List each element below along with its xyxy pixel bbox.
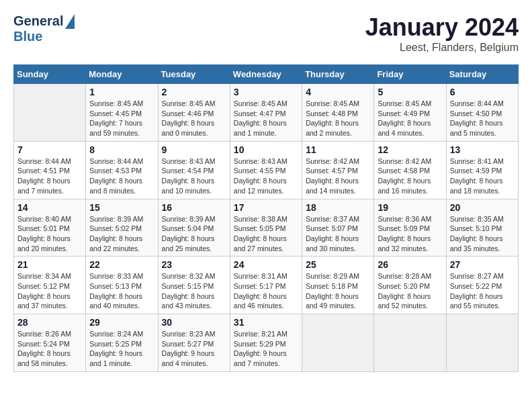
calendar-body: 1Sunrise: 8:45 AMSunset: 4:45 PMDaylight… bbox=[14, 84, 519, 372]
logo: General Blue bbox=[13, 13, 75, 44]
weekday-header-thursday: Thursday bbox=[302, 65, 374, 84]
day-number: 24 bbox=[234, 259, 298, 270]
page-header: General Blue January 2024 Leest, Flander… bbox=[13, 13, 519, 54]
calendar-cell: 9Sunrise: 8:43 AMSunset: 4:54 PMDaylight… bbox=[158, 141, 230, 199]
logo-triangle-icon bbox=[65, 14, 75, 29]
calendar-cell: 2Sunrise: 8:45 AMSunset: 4:46 PMDaylight… bbox=[158, 84, 230, 142]
calendar-cell: 26Sunrise: 8:28 AMSunset: 5:20 PMDayligh… bbox=[374, 257, 446, 314]
day-number: 12 bbox=[378, 144, 442, 155]
day-info: Sunrise: 8:45 AMSunset: 4:47 PMDaylight:… bbox=[234, 99, 298, 138]
calendar-cell: 14Sunrise: 8:40 AMSunset: 5:01 PMDayligh… bbox=[14, 199, 86, 257]
weekday-header-saturday: Saturday bbox=[446, 65, 518, 84]
day-number: 26 bbox=[378, 259, 442, 270]
calendar-cell: 6Sunrise: 8:44 AMSunset: 4:50 PMDaylight… bbox=[446, 84, 518, 142]
calendar-cell: 25Sunrise: 8:29 AMSunset: 5:18 PMDayligh… bbox=[302, 257, 374, 314]
calendar-cell: 11Sunrise: 8:42 AMSunset: 4:57 PMDayligh… bbox=[302, 141, 374, 199]
logo-general-text: General bbox=[13, 13, 63, 29]
day-number: 17 bbox=[234, 202, 298, 213]
day-info: Sunrise: 8:36 AMSunset: 5:09 PMDaylight:… bbox=[378, 214, 442, 254]
weekday-header-monday: Monday bbox=[86, 65, 158, 84]
calendar-cell bbox=[302, 314, 374, 372]
day-info: Sunrise: 8:45 AMSunset: 4:46 PMDaylight:… bbox=[162, 99, 226, 138]
calendar-cell: 30Sunrise: 8:23 AMSunset: 5:27 PMDayligh… bbox=[158, 314, 230, 372]
day-info: Sunrise: 8:28 AMSunset: 5:20 PMDaylight:… bbox=[378, 271, 442, 311]
calendar-cell: 22Sunrise: 8:33 AMSunset: 5:13 PMDayligh… bbox=[86, 257, 158, 314]
calendar-cell: 17Sunrise: 8:38 AMSunset: 5:05 PMDayligh… bbox=[230, 199, 302, 257]
day-info: Sunrise: 8:45 AMSunset: 4:48 PMDaylight:… bbox=[306, 99, 370, 138]
calendar-week-2: 7Sunrise: 8:44 AMSunset: 4:51 PMDaylight… bbox=[14, 141, 519, 199]
day-number: 31 bbox=[234, 317, 298, 328]
day-info: Sunrise: 8:44 AMSunset: 4:51 PMDaylight:… bbox=[17, 156, 82, 196]
day-number: 30 bbox=[162, 317, 226, 328]
calendar-cell: 28Sunrise: 8:26 AMSunset: 5:24 PMDayligh… bbox=[14, 314, 86, 372]
calendar-cell bbox=[446, 314, 518, 372]
day-number: 6 bbox=[450, 87, 515, 97]
day-info: Sunrise: 8:45 AMSunset: 4:45 PMDaylight:… bbox=[89, 99, 154, 138]
calendar-cell: 18Sunrise: 8:37 AMSunset: 5:07 PMDayligh… bbox=[302, 199, 374, 257]
day-number: 14 bbox=[17, 202, 82, 213]
calendar-cell: 4Sunrise: 8:45 AMSunset: 4:48 PMDaylight… bbox=[302, 84, 374, 142]
day-number: 7 bbox=[17, 144, 82, 155]
calendar-cell: 20Sunrise: 8:35 AMSunset: 5:10 PMDayligh… bbox=[446, 199, 518, 257]
day-info: Sunrise: 8:33 AMSunset: 5:13 PMDaylight:… bbox=[89, 271, 154, 311]
day-info: Sunrise: 8:27 AMSunset: 5:22 PMDaylight:… bbox=[450, 271, 515, 311]
calendar-cell: 24Sunrise: 8:31 AMSunset: 5:17 PMDayligh… bbox=[230, 257, 302, 314]
calendar-cell bbox=[374, 314, 446, 372]
day-number: 15 bbox=[89, 202, 154, 213]
calendar-cell: 10Sunrise: 8:43 AMSunset: 4:55 PMDayligh… bbox=[230, 141, 302, 199]
day-info: Sunrise: 8:24 AMSunset: 5:25 PMDaylight:… bbox=[89, 329, 154, 369]
day-number: 19 bbox=[378, 202, 442, 213]
day-info: Sunrise: 8:42 AMSunset: 4:58 PMDaylight:… bbox=[378, 156, 442, 196]
calendar-table: SundayMondayTuesdayWednesdayThursdayFrid… bbox=[13, 64, 519, 372]
weekday-header-wednesday: Wednesday bbox=[230, 65, 302, 84]
logo-blue-text: Blue bbox=[13, 29, 42, 44]
day-info: Sunrise: 8:34 AMSunset: 5:12 PMDaylight:… bbox=[17, 271, 82, 311]
day-number: 18 bbox=[306, 202, 370, 213]
calendar-cell: 8Sunrise: 8:44 AMSunset: 4:53 PMDaylight… bbox=[86, 141, 158, 199]
calendar-week-4: 21Sunrise: 8:34 AMSunset: 5:12 PMDayligh… bbox=[14, 257, 519, 314]
calendar-cell: 27Sunrise: 8:27 AMSunset: 5:22 PMDayligh… bbox=[446, 257, 518, 314]
day-info: Sunrise: 8:35 AMSunset: 5:10 PMDaylight:… bbox=[450, 214, 515, 254]
day-number: 23 bbox=[162, 259, 226, 270]
day-number: 22 bbox=[89, 259, 154, 270]
day-info: Sunrise: 8:39 AMSunset: 5:04 PMDaylight:… bbox=[162, 214, 226, 254]
day-info: Sunrise: 8:40 AMSunset: 5:01 PMDaylight:… bbox=[17, 214, 82, 254]
calendar-week-1: 1Sunrise: 8:45 AMSunset: 4:45 PMDaylight… bbox=[14, 84, 519, 142]
day-number: 8 bbox=[89, 144, 154, 155]
day-info: Sunrise: 8:29 AMSunset: 5:18 PMDaylight:… bbox=[306, 271, 370, 311]
calendar-header: SundayMondayTuesdayWednesdayThursdayFrid… bbox=[14, 65, 519, 84]
day-number: 25 bbox=[306, 259, 370, 270]
day-number: 13 bbox=[450, 144, 515, 155]
day-info: Sunrise: 8:43 AMSunset: 4:55 PMDaylight:… bbox=[234, 156, 298, 196]
calendar-cell: 16Sunrise: 8:39 AMSunset: 5:04 PMDayligh… bbox=[158, 199, 230, 257]
day-info: Sunrise: 8:44 AMSunset: 4:50 PMDaylight:… bbox=[450, 99, 515, 138]
day-number: 11 bbox=[306, 144, 370, 155]
day-info: Sunrise: 8:45 AMSunset: 4:49 PMDaylight:… bbox=[378, 99, 442, 138]
day-info: Sunrise: 8:32 AMSunset: 5:15 PMDaylight:… bbox=[162, 271, 226, 311]
day-info: Sunrise: 8:43 AMSunset: 4:54 PMDaylight:… bbox=[162, 156, 226, 196]
weekday-header-friday: Friday bbox=[374, 65, 446, 84]
subtitle: Leest, Flanders, Belgium bbox=[365, 42, 519, 54]
day-number: 29 bbox=[89, 317, 154, 328]
main-title: January 2024 bbox=[365, 13, 519, 42]
day-number: 1 bbox=[89, 87, 154, 97]
day-number: 9 bbox=[162, 144, 226, 155]
day-number: 4 bbox=[306, 87, 370, 97]
calendar-cell: 13Sunrise: 8:41 AMSunset: 4:59 PMDayligh… bbox=[446, 141, 518, 199]
calendar-cell: 3Sunrise: 8:45 AMSunset: 4:47 PMDaylight… bbox=[230, 84, 302, 142]
calendar-cell: 23Sunrise: 8:32 AMSunset: 5:15 PMDayligh… bbox=[158, 257, 230, 314]
day-number: 20 bbox=[450, 202, 515, 213]
day-info: Sunrise: 8:23 AMSunset: 5:27 PMDaylight:… bbox=[162, 329, 226, 369]
day-number: 5 bbox=[378, 87, 442, 97]
calendar-week-3: 14Sunrise: 8:40 AMSunset: 5:01 PMDayligh… bbox=[14, 199, 519, 257]
weekday-header-tuesday: Tuesday bbox=[158, 65, 230, 84]
day-number: 16 bbox=[162, 202, 226, 213]
calendar-week-5: 28Sunrise: 8:26 AMSunset: 5:24 PMDayligh… bbox=[14, 314, 519, 372]
calendar-cell: 29Sunrise: 8:24 AMSunset: 5:25 PMDayligh… bbox=[86, 314, 158, 372]
day-number: 3 bbox=[234, 87, 298, 97]
calendar-cell: 21Sunrise: 8:34 AMSunset: 5:12 PMDayligh… bbox=[14, 257, 86, 314]
calendar-cell: 1Sunrise: 8:45 AMSunset: 4:45 PMDaylight… bbox=[86, 84, 158, 142]
day-number: 2 bbox=[162, 87, 226, 97]
calendar-cell: 12Sunrise: 8:42 AMSunset: 4:58 PMDayligh… bbox=[374, 141, 446, 199]
weekday-header-sunday: Sunday bbox=[14, 65, 86, 84]
